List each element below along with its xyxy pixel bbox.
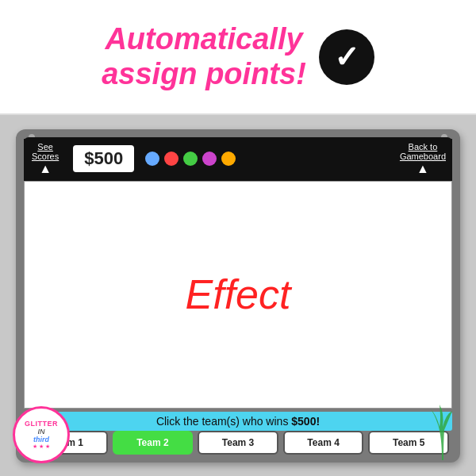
main-area: SeeScores ▲ $500 Back toGameboard ▲ Effe… [0,115,476,476]
plant-decoration [422,397,462,460]
board-surface: Effect [24,181,452,409]
glitter-in-third-logo: GLITTER IN third ★ ★ ★ [13,406,70,463]
team-3-button[interactable]: Team 3 [198,431,278,455]
color-dots [145,152,236,166]
board-bottom: Click the team(s) who wins $500! Team 1 … [24,409,452,448]
back-label: Back toGameboard [400,142,446,161]
logo-stars: ★ ★ ★ [33,443,50,450]
arrow-up-icon-right: ▲ [416,163,429,175]
dot-3 [183,152,198,166]
dot-2 [164,152,178,166]
top-banner: Automaticallyassign points! ✓ [0,0,476,115]
dot-1 [145,152,159,166]
click-banner: Click the team(s) who wins $500! [24,412,452,431]
price-label: $500 [73,145,134,172]
banner-title: Automaticallyassign points! [102,22,306,91]
logo-in-text: IN [38,428,45,436]
top-bar: SeeScores ▲ $500 Back toGameboard ▲ [24,137,452,181]
click-banner-bold: $500! [291,415,320,428]
see-scores-button[interactable]: SeeScores ▲ [24,139,67,178]
logo-third-text: third [33,436,49,443]
checkmark-icon: ✓ [319,29,374,85]
teams-row: Team 1 Team 2 Team 3 Team 4 Team 5 [24,431,452,455]
logo-glitter-text: GLITTER [25,420,58,428]
see-scores-label: SeeScores [32,142,59,161]
team-2-button[interactable]: Team 2 [113,431,194,455]
dot-4 [202,152,217,166]
arrow-up-icon: ▲ [39,163,52,175]
team-4-button[interactable]: Team 4 [283,431,364,455]
whiteboard-frame: SeeScores ▲ $500 Back toGameboard ▲ Effe… [16,129,460,463]
effect-text: Effect [186,271,291,318]
dot-5 [221,152,236,166]
back-to-gameboard-button[interactable]: Back toGameboard ▲ [393,139,452,178]
